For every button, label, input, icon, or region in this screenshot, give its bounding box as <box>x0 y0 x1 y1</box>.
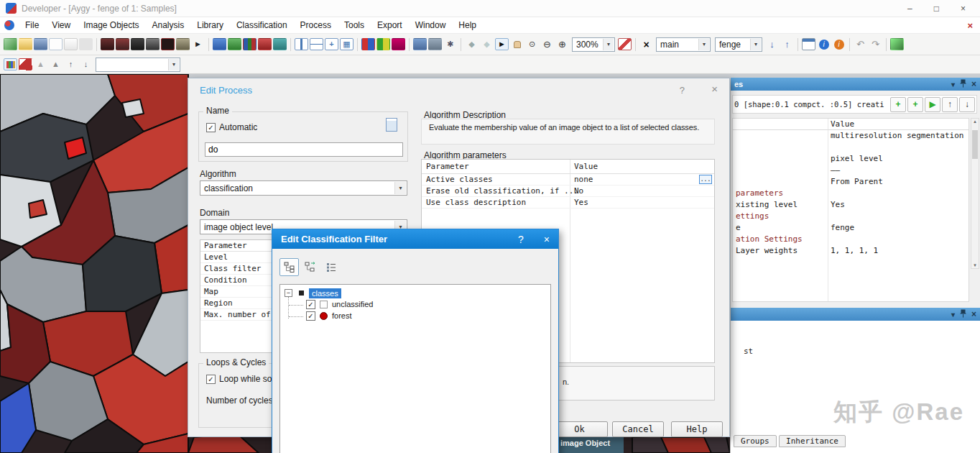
add-child-process-icon[interactable]: + <box>907 97 923 112</box>
menu-process[interactable]: Process <box>294 18 338 32</box>
table-row[interactable]: xisting levelYes <box>733 199 969 211</box>
menu-library[interactable]: Library <box>190 18 230 32</box>
help-button[interactable]: Help <box>671 421 723 437</box>
menu-analysis[interactable]: Analysis <box>146 18 191 32</box>
triangle-tool-icon[interactable]: ▲ <box>34 58 47 70</box>
class-checkbox[interactable]: ✓ <box>306 311 315 321</box>
run-process-icon[interactable]: ▶ <box>925 97 940 112</box>
maximize-button[interactable]: □ <box>934 4 939 14</box>
view-samples-icon[interactable] <box>131 38 144 50</box>
add-process-icon[interactable]: + <box>890 97 906 112</box>
dropdown-arrow-icon[interactable]: ▾ <box>168 59 179 70</box>
expander-icon[interactable]: − <box>285 289 292 297</box>
map-mixed-icon[interactable] <box>243 38 256 50</box>
dropdown-arrow-icon[interactable]: ▾ <box>698 39 709 50</box>
diamond-tool-icon[interactable]: ◆ <box>480 38 494 50</box>
level-down-icon[interactable]: ↓ <box>765 38 779 50</box>
ok-button[interactable]: Ok <box>551 421 608 437</box>
menu-view[interactable]: View <box>45 18 77 32</box>
menu-tools[interactable]: Tools <box>338 18 371 32</box>
sample-view-icon[interactable] <box>392 38 405 50</box>
menu-file[interactable]: File <box>19 18 45 32</box>
list-view-icon[interactable] <box>321 258 341 276</box>
menu-classification[interactable]: Classification <box>230 18 294 32</box>
scroll-thumb[interactable] <box>972 130 978 159</box>
tree-root-label[interactable]: classes <box>309 288 341 298</box>
map-blue-icon[interactable] <box>213 38 226 50</box>
class-red-icon[interactable] <box>19 58 32 70</box>
close-button[interactable]: × <box>961 4 966 14</box>
new-workspace-icon[interactable] <box>4 38 17 50</box>
split-horizontal-icon[interactable] <box>310 38 323 50</box>
table-row[interactable]: parameters <box>733 188 969 199</box>
tree-view-icon[interactable] <box>279 258 299 276</box>
info-orange-icon[interactable]: i <box>832 38 846 50</box>
save-icon[interactable] <box>34 38 47 50</box>
table-row[interactable]: ation Settings <box>733 234 969 245</box>
pin-icon[interactable] <box>960 309 966 319</box>
info-blue-icon[interactable]: i <box>817 38 831 50</box>
class-checkbox[interactable]: ✓ <box>306 300 315 309</box>
browse-button[interactable]: ... <box>699 175 712 184</box>
class-panel-content[interactable]: st 知乎 @Rae Groups Inheritance <box>731 321 980 453</box>
zoom-select-icon[interactable]: ⊙ <box>525 38 539 50</box>
scrollbar[interactable]: ▴ ▾ <box>971 118 979 269</box>
zoom-in-icon[interactable]: ⊕ <box>555 38 569 50</box>
open-project-icon[interactable] <box>19 38 32 50</box>
select-arrow-icon[interactable]: ► <box>495 38 509 50</box>
undo-icon[interactable]: ↶ <box>854 38 867 50</box>
arrow-up-icon[interactable]: ↑ <box>64 58 78 70</box>
pointer-dark-icon[interactable]: ► <box>191 38 205 50</box>
gear-icon[interactable]: ✱ <box>443 38 457 50</box>
transparency-icon[interactable] <box>176 38 190 50</box>
view-layer-icon[interactable] <box>101 38 114 50</box>
histogram-icon[interactable] <box>4 58 17 70</box>
tab-groups[interactable]: Groups <box>734 435 777 447</box>
move-up-icon[interactable]: ↑ <box>942 97 958 112</box>
map-combo[interactable]: main ▾ <box>656 37 711 52</box>
tree-item-label[interactable]: unclassified <box>332 300 373 308</box>
feature-combo[interactable]: ▾ <box>96 58 180 72</box>
class-panel-header[interactable]: ▾ × <box>731 308 980 321</box>
new-window-icon[interactable] <box>802 38 815 50</box>
process-panel-header[interactable]: es ▾ × <box>731 78 980 91</box>
edit-comment-icon[interactable] <box>386 118 397 132</box>
menu-export[interactable]: Export <box>371 18 409 32</box>
tab-inheritance[interactable]: Inheritance <box>779 435 846 447</box>
pin-icon[interactable] <box>960 79 966 89</box>
arrow-down-icon[interactable]: ↓ <box>79 58 93 70</box>
scroll-up-icon[interactable]: ▴ <box>971 119 979 124</box>
cancel-button[interactable]: Cancel <box>612 421 664 437</box>
map-green-icon[interactable] <box>228 38 241 50</box>
edit-icon[interactable] <box>64 38 78 50</box>
close-panel-icon[interactable]: × <box>971 79 976 89</box>
table-row[interactable]: From Parent <box>733 176 969 188</box>
level-combo[interactable]: fenge ▾ <box>715 37 762 52</box>
table-row[interactable]: Active classes none ... <box>422 174 714 186</box>
close-dialog-icon[interactable]: × <box>544 234 550 245</box>
menu-window[interactable]: Window <box>409 18 453 32</box>
new-process-icon[interactable] <box>49 38 63 50</box>
table-row[interactable]: efenge <box>733 222 969 234</box>
process-name-input[interactable] <box>205 142 403 157</box>
zoom-combo[interactable]: 300% ▾ <box>572 37 615 52</box>
split-grid-icon[interactable]: + <box>325 38 338 50</box>
close-dialog-icon[interactable]: × <box>711 83 718 95</box>
settings-table[interactable]: Value multiresolution segmentation pixel… <box>732 118 969 302</box>
dropdown-arrow-icon[interactable]: ▾ <box>603 39 614 50</box>
automatic-checkbox[interactable]: ✓ <box>206 123 216 132</box>
classify-icon[interactable]: × <box>639 38 653 50</box>
copy-icon[interactable] <box>79 38 93 50</box>
image-object-panel-header[interactable]: image Object <box>555 435 624 453</box>
table-row[interactable]: Layer weights1, 1, 1, 1 <box>733 245 969 257</box>
table-row[interactable]: pixel level <box>733 153 969 165</box>
redo-icon[interactable]: ↷ <box>869 38 882 50</box>
loop-while-checkbox[interactable]: ✓ <box>206 375 216 384</box>
triangle-tool-icon[interactable]: ▲ <box>49 58 63 70</box>
help-icon[interactable]: ? <box>680 85 685 96</box>
show-outlines-icon[interactable] <box>161 38 175 50</box>
filter-dialog-titlebar[interactable]: Edit Classification Filter ? × <box>272 229 558 249</box>
menu-help[interactable]: Help <box>452 18 483 32</box>
document-close-icon[interactable]: × <box>967 20 977 31</box>
class-color-icon[interactable] <box>376 38 390 50</box>
